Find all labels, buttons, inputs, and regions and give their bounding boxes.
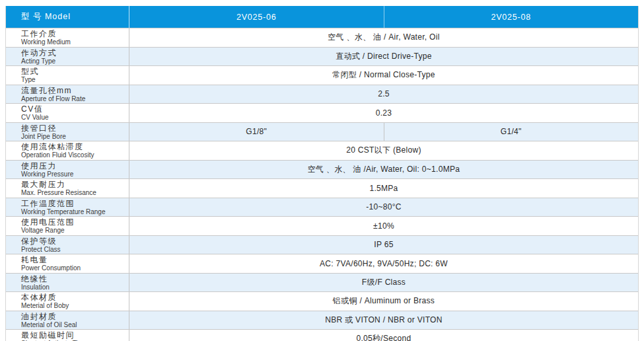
row-label: 作动方式 Acting Type — [6, 48, 129, 66]
row-label-en: Meterial of Boby — [21, 302, 129, 309]
row-label-en: CV Value — [21, 114, 129, 121]
row-label-en: Operation Fluid Viscosity — [21, 151, 129, 159]
row-value: 铝或铜 / Aluminum or Brass — [129, 292, 638, 311]
row-value: -10~80°C — [129, 198, 638, 217]
row-label: 工作温度范围 Working Temperature Range — [6, 198, 129, 217]
row-label: 使用流体粘滞度 Operation Fluid Viscosity — [6, 141, 129, 160]
row-label-zh: 型式 — [21, 67, 129, 76]
row-label: 保护等级 Protect Class — [6, 236, 129, 254]
table-row-protect-class: 保护等级 Protect Class IP 65 — [6, 235, 638, 254]
table-row-oil-seal-material: 油封材质 Meterial of Oil Seal NBR 或 VITON / … — [6, 311, 638, 330]
table-row-joint-pipe-bore: 接管口径 Joint Pipe Bore G1/8" G1/4" — [6, 122, 638, 141]
row-label: 使用压力 Working Pressure — [6, 161, 129, 179]
row-label-zh: 工作介质 — [21, 29, 129, 38]
row-label-en: Meterial of Oil Seal — [21, 321, 129, 328]
row-label-zh: 绝缘性 — [21, 274, 129, 284]
table-row-voltage-range: 使用电压范围 Voltage Range ±10% — [6, 216, 638, 235]
table-row-aperture: 流量孔径mm Aperture of Flow Rate 2.5 — [6, 85, 638, 104]
row-value: AC: 7VA/60Hz, 9VA/50Hz; DC: 6W — [129, 254, 638, 273]
row-value: 0.23 — [129, 104, 638, 122]
row-label-zh: 使用压力 — [21, 161, 129, 170]
table-row-acting-type: 作动方式 Acting Type 直动式 / Direct Drive-Type — [6, 47, 638, 66]
row-label-en: Working Medium — [21, 38, 129, 46]
row-label: 最大耐压力 Max. Pressure Resisance — [6, 179, 129, 198]
row-value: 空气 、水、 油 /Air, Water, Oil: 0~1.0MPa — [129, 161, 638, 179]
row-label-en: Joint Pipe Bore — [21, 133, 129, 140]
specification-table: 型 号 Model 2V025-06 2V025-08 工作介质 Working… — [5, 6, 639, 341]
row-label-en: Working Pressure — [21, 170, 129, 178]
table-row-temperature-range: 工作温度范围 Working Temperature Range -10~80°… — [6, 198, 638, 217]
row-label-zh: 流量孔径mm — [21, 86, 129, 95]
row-value-model-1: G1/8" — [129, 123, 384, 141]
row-label: 绝缘性 Insulation — [6, 274, 129, 292]
row-label-zh: 本体材质 — [21, 293, 129, 302]
row-value: 0.05秒/Second — [129, 330, 638, 341]
row-label-zh: 接管口径 — [21, 124, 129, 133]
row-value: 空气 、水、 油 / Air, Water, Oil — [129, 28, 638, 47]
table-row-working-pressure: 使用压力 Working Pressure 空气 、水、 油 /Air, Wat… — [6, 160, 638, 179]
row-label-en: Max. Pressure Resisance — [21, 189, 129, 196]
table-row-working-medium: 工作介质 Working Medium 空气 、水、 油 / Air, Wate… — [6, 28, 638, 47]
row-label: 工作介质 Working Medium — [6, 28, 129, 47]
row-value: 常闭型 / Normal Close-Type — [129, 66, 638, 85]
row-label-zh: 保护等级 — [21, 237, 129, 246]
row-label-en: Working Temperature Range — [21, 208, 129, 215]
row-label: 最短励磁时间 Shortest Activate Time — [6, 330, 129, 341]
row-label-zh: 最短励磁时间 — [21, 330, 129, 340]
row-label: CV值 CV Value — [6, 104, 129, 122]
row-value: IP 65 — [129, 236, 638, 254]
row-label-en: Aperture of Flow Rate — [21, 95, 129, 102]
row-label: 油封材质 Meterial of Oil Seal — [6, 311, 129, 330]
row-value: NBR 或 VITON / NBR or VITON — [129, 311, 638, 330]
table-header-row: 型 号 Model 2V025-06 2V025-08 — [6, 6, 638, 28]
row-label: 型式 Type — [6, 66, 129, 85]
row-label-en: Protect Class — [21, 246, 129, 253]
header-model-1: 2V025-06 — [129, 6, 384, 28]
row-label-zh: 耗电量 — [21, 255, 129, 264]
table-row-body-material: 本体材质 Meterial of Boby 铝或铜 / Aluminum or … — [6, 291, 638, 311]
row-label: 使用电压范围 Voltage Range — [6, 217, 129, 235]
table-row-power-consumption: 耗电量 Power Consumption AC: 7VA/60Hz, 9VA/… — [6, 254, 638, 273]
row-label-zh: 使用流体粘滞度 — [21, 142, 129, 151]
table-row-max-pressure: 最大耐压力 Max. Pressure Resisance 1.5MPa — [6, 178, 638, 198]
row-value-split: G1/8" G1/4" — [129, 123, 638, 141]
table-row-insulation: 绝缘性 Insulation F级/F Class — [6, 273, 638, 292]
table-row-activate-time: 最短励磁时间 Shortest Activate Time 0.05秒/Seco… — [6, 329, 638, 341]
header-model-label: 型 号 Model — [6, 6, 129, 28]
row-label-zh: 最大耐压力 — [21, 180, 129, 189]
row-label-en: Acting Type — [21, 57, 129, 65]
row-label-en: Insulation — [21, 284, 129, 291]
table-row-type: 型式 Type 常闭型 / Normal Close-Type — [6, 65, 638, 85]
row-value: 1.5MPa — [129, 179, 638, 198]
header-model-columns: 2V025-06 2V025-08 — [129, 6, 638, 28]
row-label-zh: 工作温度范围 — [21, 199, 129, 208]
row-value: 直动式 / Direct Drive-Type — [129, 48, 638, 66]
row-label-en: Voltage Range — [21, 227, 129, 234]
row-label-zh: 油封材质 — [21, 312, 129, 321]
row-label: 本体材质 Meterial of Boby — [6, 292, 129, 311]
row-label: 耗电量 Power Consumption — [6, 254, 129, 273]
row-value-model-2: G1/4" — [384, 123, 639, 141]
row-label-en: Type — [21, 76, 129, 83]
row-value: ±10% — [129, 217, 638, 235]
table-row-cv-value: CV值 CV Value 0.23 — [6, 103, 638, 122]
row-value: 20 CST以下 (Below) — [129, 141, 638, 160]
row-label: 接管口径 Joint Pipe Bore — [6, 123, 129, 141]
row-label: 流量孔径mm Aperture of Flow Rate — [6, 85, 129, 104]
row-label-zh: 使用电压范围 — [21, 217, 129, 227]
row-label-en: Power Consumption — [21, 264, 129, 272]
header-model-2: 2V025-08 — [384, 6, 639, 28]
table-row-fluid-viscosity: 使用流体粘滞度 Operation Fluid Viscosity 20 CST… — [6, 141, 638, 160]
row-label-zh: 作动方式 — [21, 48, 129, 57]
row-label-zh: CV值 — [21, 104, 129, 114]
row-value: F级/F Class — [129, 274, 638, 292]
row-value: 2.5 — [129, 85, 638, 104]
